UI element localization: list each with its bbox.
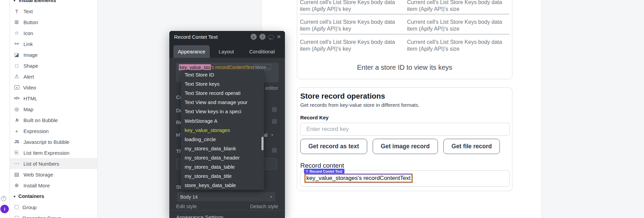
section-label: Visual Elements xyxy=(18,0,56,3)
palette-item-button[interactable]: ⊞Button xyxy=(10,17,97,28)
size-cell-text: Current cell's List Store Keys body data… xyxy=(407,0,513,12)
palette-item-label: Built on Bubble xyxy=(23,117,58,123)
dropdown-item-text-store-record-operati[interactable]: Text Store record operati xyxy=(181,88,264,98)
palette-item-html[interactable]: </>HTML xyxy=(10,93,97,104)
panel-header: Record Contet Text ▸ i ✕ Appearance Layo… xyxy=(169,31,285,58)
tab-appearance[interactable]: Appearance xyxy=(173,45,210,58)
palette-item-icon[interactable]: ☆Icon xyxy=(10,28,97,38)
html-code-icon: </> xyxy=(14,96,20,101)
dropdown-item-my_stores_data_title[interactable]: my_stores_data_title xyxy=(181,171,264,181)
palette-item-label: HTML xyxy=(23,96,37,101)
dropdown-item-my_stores_data_table[interactable]: my_stores_data_table xyxy=(181,162,264,171)
collapse-triangle-icon: ▾ xyxy=(14,195,15,198)
palette-item-image[interactable]: ◪Image xyxy=(10,49,97,60)
expression-rest[interactable]: 's recordContentText xyxy=(211,65,254,70)
style-select-value: Body 14 xyxy=(180,194,198,200)
palette-item-expression[interactable]: +Expression xyxy=(10,125,97,136)
link-icon: ⚯ xyxy=(14,41,20,47)
shape-icon: □ xyxy=(14,63,20,69)
js-icon: JS xyxy=(14,139,20,144)
palette-item-label: Text xyxy=(23,9,33,14)
store-record-operations-card: Store record operations Get records from… xyxy=(297,87,512,191)
panel-divider xyxy=(169,210,285,211)
palette-item-repeating-group[interactable]: Repeating Group xyxy=(10,213,97,218)
alignment-select-value-partial[interactable]: al xyxy=(264,132,268,138)
info-icon[interactable]: i xyxy=(259,34,266,40)
palette-item-label: Alert xyxy=(23,74,34,80)
record-content-label: Record content xyxy=(300,162,344,169)
selected-element-badge-label: Record Contet Text xyxy=(310,169,342,173)
dropdown-item-webstorage-a[interactable]: WebStorage A xyxy=(181,116,264,125)
operations-subtitle: Get records from key-value store in diff… xyxy=(300,102,420,108)
section-label: Containers xyxy=(18,194,44,199)
edit-style-link[interactable]: Edit style xyxy=(176,203,197,209)
selected-expression-token[interactable]: key_value_sto xyxy=(179,64,211,70)
style-select[interactable]: Body 14 ▾ xyxy=(177,192,275,201)
palette-item-web-storage[interactable]: ▤Web Storage xyxy=(10,169,97,180)
tab-layout[interactable]: Layout xyxy=(214,45,239,58)
palette-item-label: Video xyxy=(23,85,36,90)
key-cell-text: Current cell's List Store Keys body data… xyxy=(300,19,406,32)
help-icon[interactable]: ? xyxy=(1,196,6,201)
dropdown-item-loading_circle[interactable]: loading_circle xyxy=(181,135,264,144)
autocomplete-dropdown: Text Store IDText Store keysText Store r… xyxy=(181,70,264,190)
dropdown-item-my_stores_data_header[interactable]: my_stores_data_header xyxy=(181,153,264,162)
palette-item-group[interactable]: Group xyxy=(10,202,97,213)
palette-item-alert[interactable]: ⚠Alert xyxy=(10,71,97,82)
dropdown-scrollbar-thumb[interactable] xyxy=(261,137,264,150)
section-header[interactable]: ▾Visual Elements xyxy=(10,0,97,6)
clipboard-icon: ⎘ xyxy=(14,150,20,156)
dropdown-item-key_value_storages[interactable]: key_value_storages xyxy=(181,125,264,135)
run-preview-icon[interactable]: ▸ xyxy=(251,34,257,40)
palette-item-label: Web Storage xyxy=(23,172,53,178)
property-editor-panel: Record Contet Text ▸ i ✕ Appearance Layo… xyxy=(169,31,285,218)
intercom-chat-icon[interactable]: i xyxy=(0,205,9,213)
row-separator xyxy=(300,14,509,14)
record-buttons-row: Get record as text Get image record Get … xyxy=(300,139,500,154)
record-key-label: Record Key xyxy=(300,115,328,120)
collapse-triangle-icon: ▾ xyxy=(14,0,15,2)
keys-empty-state-text: Enter a store ID to view its keys xyxy=(297,64,512,71)
ellipsis-icon: ⋯ xyxy=(14,161,20,167)
checkbox[interactable] xyxy=(272,119,277,124)
key-cell-text: Current cell's List Store Keys body data… xyxy=(300,0,406,12)
palette-item-built-on-bubble[interactable]: .bBuilt on Bubble xyxy=(10,115,97,125)
palette-item-label: Button xyxy=(23,19,38,25)
record-key-input[interactable] xyxy=(300,123,510,136)
key-cell-text: Current cell's List Store Keys body data… xyxy=(300,39,406,52)
get-image-record-button[interactable]: Get image record xyxy=(373,139,438,154)
close-icon[interactable]: ✕ xyxy=(277,34,281,39)
dropdown-item-text-view-and-manage-your[interactable]: Text View and manage your xyxy=(181,98,264,107)
dropdown-item-store_keys_data_table[interactable]: store_keys_data_table xyxy=(181,181,264,190)
palette-item-list-item-expression[interactable]: ⎘List Item Expression xyxy=(10,147,97,158)
section-header[interactable]: ▾Containers xyxy=(10,191,97,202)
tab-conditional[interactable]: Conditional xyxy=(246,45,278,58)
dropdown-item-my_stores_data_blank[interactable]: my_stores_data_blank xyxy=(181,144,264,153)
dropdown-item-text-store-id[interactable]: Text Store ID xyxy=(181,70,264,79)
text-icon: T xyxy=(14,9,20,14)
dropdown-item-text-view-keys-in-a-speci[interactable]: Text View keys in a speci xyxy=(181,107,264,116)
detach-style-link[interactable]: Detach style xyxy=(250,203,278,209)
selected-text-element[interactable]: key_value_storages's recordContentText xyxy=(304,173,413,183)
palette-item-javascript-to-bubble[interactable]: JSJavascript to Bubble xyxy=(10,136,97,147)
chevron-down-icon: ▾ xyxy=(271,133,273,137)
dropdown-item-text-store-keys[interactable]: Text Store keys xyxy=(181,79,264,88)
palette-item-link[interactable]: ⚯Link xyxy=(10,38,97,49)
palette-item-video[interactable]: ▸Video xyxy=(10,82,97,93)
palette-item-text[interactable]: TText xyxy=(10,6,97,17)
palette-item-map[interactable]: ◎Map xyxy=(10,104,97,115)
palette-item-list-of-numbers[interactable]: ⋯List of Numbers xyxy=(10,158,97,169)
palette-item-shape[interactable]: □Shape xyxy=(10,60,97,71)
palette-item-install-more[interactable]: ⊕Install More xyxy=(10,180,97,191)
checkbox[interactable] xyxy=(272,148,277,153)
get-file-record-button[interactable]: Get file record xyxy=(443,139,500,154)
palette-item-label: Group xyxy=(22,204,37,210)
button-icon: ⊞ xyxy=(14,19,20,25)
star-icon: ☆ xyxy=(14,30,20,36)
palette-item-label: Install More xyxy=(23,183,50,188)
comment-icon[interactable] xyxy=(268,35,274,39)
more-operators-button[interactable]: More... xyxy=(254,64,271,70)
repeating-group-icon xyxy=(15,216,19,218)
get-record-as-text-button[interactable]: Get record as text xyxy=(300,139,367,154)
checkbox[interactable] xyxy=(272,107,277,112)
